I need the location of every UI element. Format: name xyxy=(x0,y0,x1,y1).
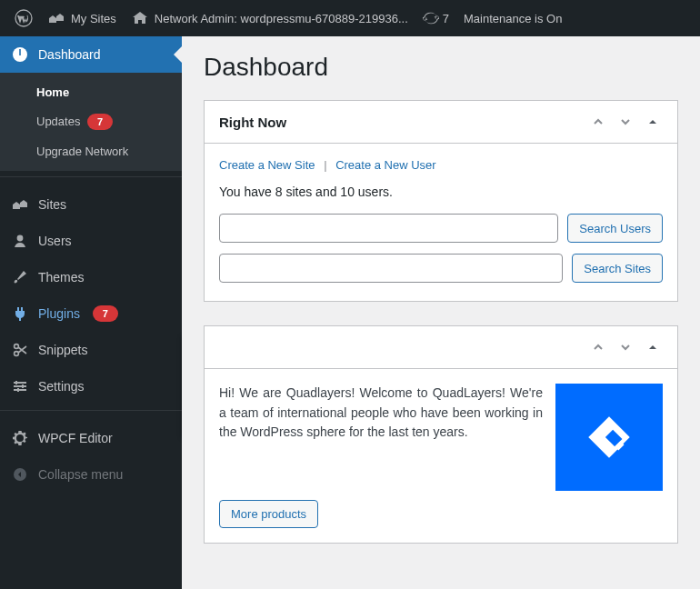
maintenance-link[interactable]: Maintenance is On xyxy=(456,0,569,36)
collapse-icon xyxy=(11,465,29,484)
chevron-down-icon xyxy=(620,116,631,127)
maintenance-label: Maintenance is On xyxy=(464,12,562,25)
toggle-panel-button[interactable] xyxy=(641,335,665,359)
chevron-up-icon xyxy=(593,342,604,353)
caret-up-icon xyxy=(647,116,658,127)
sidebar-item-label: Sites xyxy=(38,197,66,212)
svg-point-3 xyxy=(17,235,24,242)
sidebar-item-label: Themes xyxy=(38,270,85,285)
wp-logo[interactable] xyxy=(7,0,40,36)
network-admin-link[interactable]: Network Admin: wordpressmu-670889-219936… xyxy=(124,0,415,36)
network-admin-label: Network Admin: wordpressmu-670889-219936… xyxy=(155,12,408,25)
sidebar-item-plugins[interactable]: Plugins 7 xyxy=(0,295,182,332)
sidebar-item-label: Users xyxy=(38,234,72,248)
sidebar-item-settings[interactable]: Settings xyxy=(0,368,182,404)
sites-icon xyxy=(11,195,29,214)
right-now-heading: Right Now xyxy=(219,115,286,130)
collapse-menu[interactable]: Collapse menu xyxy=(0,456,182,493)
menu-separator xyxy=(0,176,182,186)
right-now-postbox: Right Now Create a New Site | Create a N… xyxy=(204,100,678,302)
sidebar-item-label: Settings xyxy=(38,379,85,394)
dashboard-submenu: Home Updates 7 Upgrade Network xyxy=(0,73,182,171)
search-users-button[interactable]: Search Users xyxy=(567,214,663,243)
menu-separator xyxy=(0,410,182,420)
create-new-site-link[interactable]: Create a New Site xyxy=(219,158,315,172)
sidebar-item-label: Collapse menu xyxy=(38,467,123,482)
sidebar-item-sites[interactable]: Sites xyxy=(0,186,182,223)
submenu-item-upgrade-network[interactable]: Upgrade Network xyxy=(0,137,182,165)
sliders-icon xyxy=(11,377,29,395)
sidebar-item-users[interactable]: Users xyxy=(0,223,182,259)
sites-users-stats: You have 8 sites and 10 users. xyxy=(219,185,663,199)
page-title: Dashboard xyxy=(204,53,678,82)
sidebar-item-wpcf-editor[interactable]: WPCF Editor xyxy=(0,420,182,456)
move-down-button[interactable] xyxy=(614,110,637,134)
users-icon xyxy=(11,232,29,250)
scissors-icon xyxy=(11,341,29,359)
svg-rect-7 xyxy=(22,384,24,388)
brush-icon xyxy=(11,268,29,286)
svg-rect-8 xyxy=(17,388,19,392)
sidebar-item-themes[interactable]: Themes xyxy=(0,259,182,295)
my-sites-link[interactable]: My Sites xyxy=(40,0,124,36)
dashboard-icon xyxy=(11,45,29,64)
link-separator: | xyxy=(324,158,326,172)
gear-icon xyxy=(11,429,29,447)
wordpress-icon xyxy=(15,9,33,27)
more-products-button[interactable]: More products xyxy=(219,500,318,528)
sidebar-item-label: WPCF Editor xyxy=(38,431,113,445)
my-sites-label: My Sites xyxy=(71,12,116,25)
submenu-item-updates[interactable]: Updates 7 xyxy=(0,106,182,137)
chevron-up-icon xyxy=(593,116,604,127)
home-icon xyxy=(131,9,149,27)
svg-rect-6 xyxy=(15,381,17,384)
move-down-button[interactable] xyxy=(614,335,637,359)
move-up-button[interactable] xyxy=(586,335,610,359)
updates-badge: 7 xyxy=(87,114,113,130)
create-new-user-link[interactable]: Create a New User xyxy=(335,158,436,172)
sidebar-item-snippets[interactable]: Snippets xyxy=(0,332,182,368)
updates-count: 7 xyxy=(443,12,449,25)
quadlayers-heading xyxy=(219,340,223,355)
quadlayers-logo xyxy=(555,384,663,491)
search-sites-button[interactable]: Search Sites xyxy=(572,254,663,283)
quadlayers-postbox: Hi! We are Quadlayers! Welcome to QuadLa… xyxy=(204,325,678,544)
plug-icon xyxy=(11,304,29,323)
search-users-input[interactable] xyxy=(219,214,558,243)
chevron-down-icon xyxy=(620,342,631,353)
svg-rect-2 xyxy=(19,49,21,55)
updates-link[interactable]: 7 xyxy=(415,0,456,36)
sidebar-item-label: Snippets xyxy=(38,343,87,357)
sidebar-item-dashboard[interactable]: Dashboard xyxy=(0,36,182,73)
submenu-item-home[interactable]: Home xyxy=(0,78,182,106)
submenu-label: Updates xyxy=(36,115,80,128)
search-sites-input[interactable] xyxy=(219,254,563,283)
refresh-icon xyxy=(423,10,439,26)
move-up-button[interactable] xyxy=(586,110,610,134)
quadlayers-logo-icon xyxy=(581,409,637,465)
caret-up-icon xyxy=(647,342,658,353)
plugins-badge: 7 xyxy=(93,305,118,322)
toggle-panel-button[interactable] xyxy=(641,110,665,134)
houses-icon xyxy=(47,9,65,27)
sidebar-item-label: Dashboard xyxy=(38,47,101,62)
sidebar-item-label: Plugins xyxy=(38,306,80,321)
